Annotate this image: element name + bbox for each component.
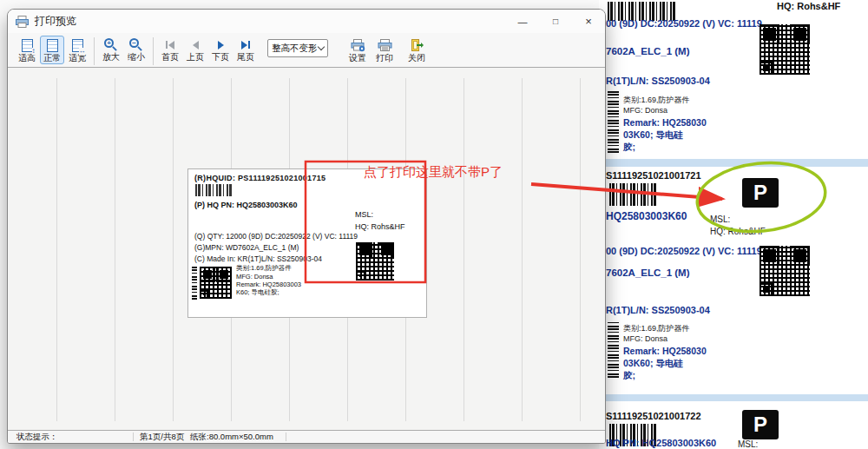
scale-mode-select[interactable]: 整高不变形 bbox=[267, 39, 328, 57]
p-logo: P bbox=[742, 410, 779, 439]
mfg-line: MFG: Donsa bbox=[623, 106, 667, 115]
chevron-down-icon bbox=[318, 43, 325, 50]
remark-line: Remark: HQ258030 bbox=[623, 117, 707, 128]
maximize-button[interactable]: □ bbox=[539, 10, 572, 33]
window-title: 打印预览 bbox=[35, 14, 76, 29]
last-page-button[interactable]: 尾页 bbox=[233, 36, 258, 63]
qr-code bbox=[760, 24, 810, 75]
hquid-line: (R)HQUID: PS11119251021001715 bbox=[194, 174, 326, 182]
qty-line: 00 (9D) DC:20250922 (V) VC: 11119 bbox=[606, 246, 762, 257]
qr-finder bbox=[200, 290, 208, 299]
qr-finder bbox=[356, 271, 365, 281]
preview-area: (R)HQUID: PS11119251021001715 (P) HQ PN:… bbox=[8, 68, 605, 430]
remark-line-2: 03K60; 导电硅 bbox=[623, 129, 683, 140]
toolbar-separator bbox=[153, 37, 154, 65]
mfg-line: MFG: Donsa bbox=[623, 334, 667, 343]
vertical-barcode bbox=[608, 90, 619, 153]
label-app-background[interactable]: HQ: Rohs&HF 00 (9D) DC:20250922 (V) VC: … bbox=[599, 0, 868, 449]
exit-door-icon bbox=[410, 38, 424, 52]
statusbar: 状态提示： 第1页/共8页 纸张:80.0mm×50.0mm bbox=[8, 430, 605, 443]
prev-page-button[interactable]: 上页 bbox=[183, 36, 207, 63]
scale-mode-value: 整高不变形 bbox=[272, 43, 318, 55]
status-divider bbox=[133, 432, 134, 441]
printer-icon bbox=[378, 38, 392, 52]
msl-line: MSL: bbox=[738, 439, 758, 449]
doc-normal-icon bbox=[47, 38, 58, 52]
zoom-in-button[interactable]: + 放大 bbox=[99, 36, 123, 63]
msl-line: MSL: bbox=[355, 210, 373, 219]
doc-fit-width-icon: ↔ bbox=[72, 38, 83, 52]
label-card-middle: S11119251021001721 P HQ25803003K60 MSL: … bbox=[599, 167, 868, 394]
prev-page-icon bbox=[193, 38, 199, 51]
barcode bbox=[609, 183, 658, 206]
close-preview-button[interactable]: 关闭 bbox=[404, 36, 430, 64]
window-controls: — □ × bbox=[506, 10, 605, 33]
pn-line: HQ PN: HQ25803003K60 bbox=[606, 438, 716, 449]
toolbar-separator bbox=[94, 37, 95, 65]
hq-rohs-text: HQ: Rohs&HF bbox=[710, 227, 766, 237]
madein-line: R(1T)L/N: SS250903-04 bbox=[606, 76, 710, 87]
remark-line-3: 胶; bbox=[623, 142, 635, 152]
fit-width-button[interactable]: ↔ 适宽 bbox=[65, 36, 89, 64]
normal-view-button[interactable]: 正常 bbox=[40, 36, 64, 64]
qty-line: 00 (9D) DC:20250922 (V) VC: 11119 bbox=[606, 18, 762, 30]
remark-line-2: 03K60; 导电硅 bbox=[623, 358, 683, 368]
close-button[interactable]: × bbox=[572, 10, 605, 33]
msl-line: MSL: bbox=[710, 215, 730, 225]
category-line: 类别:1.69,防护器件 bbox=[623, 96, 690, 104]
uid-line: S11119251021001722 bbox=[606, 411, 701, 422]
minimize-button[interactable]: — bbox=[506, 10, 539, 33]
status-hint: 状态提示： bbox=[16, 432, 58, 442]
settings-button[interactable]: 设置 bbox=[345, 36, 371, 64]
fit-height-button[interactable]: ↕ 适高 bbox=[15, 36, 39, 64]
pn-line: HQ25803003K60 bbox=[606, 211, 687, 223]
hq-rohs-text: HQ: Rohs&HF bbox=[777, 1, 840, 12]
qr-finder bbox=[760, 283, 773, 296]
qr-code bbox=[356, 242, 394, 281]
qty-line: (Q) QTY: 12000 (9D) DC:20250922 (V) VC: … bbox=[194, 233, 358, 241]
qr-code bbox=[760, 246, 810, 296]
barcode bbox=[195, 184, 232, 196]
madein-line: R(1T)L/N: SS250903-04 bbox=[606, 305, 710, 316]
mpn-line: 7602A_ELC_1 (M) bbox=[606, 46, 690, 57]
category-line: 类别:1.69,防护器件 bbox=[236, 265, 292, 273]
screen: HQ: Rohs&HF 00 (9D) DC:20250922 (V) VC: … bbox=[0, 0, 868, 449]
hq-rohs-text: HQ: Rohs&HF bbox=[355, 222, 405, 231]
label-card-top: HQ: Rohs&HF 00 (9D) DC:20250922 (V) VC: … bbox=[599, 0, 868, 159]
print-preview-window: 打印预览 — □ × ↕ 适高 正常 ↔ 适宽 + 放大 bbox=[7, 9, 606, 444]
vertical-barcode bbox=[192, 267, 197, 300]
p-logo: P bbox=[742, 178, 779, 208]
magnifier-plus-icon: + bbox=[104, 38, 118, 51]
first-page-button[interactable]: 首页 bbox=[158, 36, 182, 63]
toolbar: ↕ 适高 正常 ↔ 适宽 + 放大 − 缩小 bbox=[8, 33, 605, 68]
qr-finder bbox=[760, 62, 773, 75]
qr-code bbox=[200, 267, 232, 299]
mpn-line: (G)MPN: WD7602A_ELC_1 (M) bbox=[194, 244, 299, 253]
next-page-icon bbox=[218, 38, 224, 51]
label-card-bottom: S11119251021001722 P MSL: HQ PN: HQ25803… bbox=[599, 401, 868, 449]
next-page-button[interactable]: 下页 bbox=[208, 36, 233, 63]
remark-line-2: K60; 导电硅胶; bbox=[236, 289, 279, 297]
category-line: 类别:1.69,防护器件 bbox=[623, 324, 690, 333]
pn-line: (P) HQ PN: HQ25803003K60 bbox=[194, 201, 298, 209]
paper-size-indicator: 纸张:80.0mm×50.0mm bbox=[190, 432, 273, 442]
magnifier-minus-icon: − bbox=[129, 38, 143, 51]
zoom-out-button[interactable]: − 缩小 bbox=[124, 36, 148, 63]
mpn-line: 7602A_ELC_1 (M) bbox=[606, 267, 690, 279]
doc-fit-height-icon: ↕ bbox=[22, 38, 33, 52]
uid-line: S11119251021001721 bbox=[606, 170, 701, 182]
madein-line: (C) Made In: KR(1T)L/N: SS250903-04 bbox=[194, 255, 322, 264]
vertical-barcode bbox=[608, 320, 619, 378]
status-divider bbox=[286, 432, 286, 441]
printer-gear-icon bbox=[351, 38, 365, 52]
titlebar[interactable]: 打印预览 — □ × bbox=[8, 10, 605, 33]
page-indicator: 第1页/共8页 bbox=[140, 432, 184, 442]
last-page-icon bbox=[241, 38, 250, 51]
print-button[interactable]: 打印 bbox=[372, 36, 398, 64]
remark-line-3: 胶; bbox=[623, 370, 635, 380]
printer-icon bbox=[16, 16, 29, 28]
remark-line: Remark: HQ258030 bbox=[623, 346, 707, 356]
label-preview-page: (R)HQUID: PS11119251021001715 (P) HQ PN:… bbox=[187, 168, 427, 318]
first-page-icon bbox=[166, 38, 174, 51]
